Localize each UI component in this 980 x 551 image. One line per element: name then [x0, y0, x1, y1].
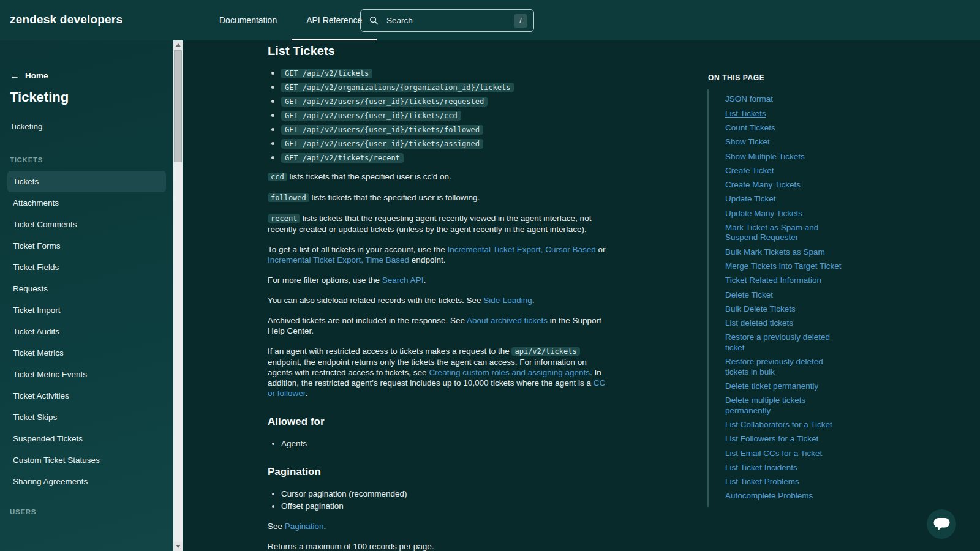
header-tab[interactable]: Documentation	[205, 0, 292, 40]
on-this-page-link-label: Delete Ticket	[725, 290, 773, 299]
on-this-page-link[interactable]: List Ticket Incidents	[725, 460, 842, 474]
paragraph-recent: recent lists tickets that the requesting…	[268, 213, 608, 234]
endpoint-list: GET /api/v2/tickets GET /api/v2/organiza…	[268, 68, 608, 163]
inline-link[interactable]: Search API	[382, 276, 424, 285]
inline-link[interactable]: Creating custom roles and assigning agen…	[429, 368, 590, 377]
search-box[interactable]: /	[360, 9, 534, 32]
on-this-page-link[interactable]: Delete multiple tickets permanently	[725, 394, 842, 418]
on-this-page-link[interactable]: Create Many Tickets	[725, 178, 842, 192]
inline-link[interactable]: Pagination	[285, 522, 324, 531]
on-this-page-link[interactable]: Delete ticket permanently	[725, 380, 842, 394]
paragraph-filter: For more filter options, use the Search …	[268, 275, 608, 285]
sidebar-back-link[interactable]: ← Home	[10, 71, 164, 80]
on-this-page-link[interactable]: Show Ticket	[725, 135, 842, 149]
sidebar-item[interactable]: Attachments	[7, 192, 166, 214]
endpoint-code: GET /api/v2/organizations/{organization_…	[281, 83, 514, 92]
sidebar-item-label: Ticket Skips	[13, 413, 57, 422]
pagination-list: Cursor pagination (recommended) Offset p…	[268, 489, 608, 511]
on-this-page-link-label: JSON format	[725, 94, 773, 103]
chat-bubble-icon	[933, 517, 950, 531]
on-this-page-link[interactable]: Create Ticket	[725, 163, 842, 178]
sidebar-item[interactable]: Ticket Skips	[7, 407, 166, 428]
sidebar-scrollbar[interactable]	[173, 40, 183, 551]
on-this-page-link[interactable]: List Tickets	[725, 107, 842, 121]
sidebar-item-ticketing[interactable]: Ticketing	[10, 122, 164, 131]
on-this-page-link-label: Restore previously deleted tickets in bu…	[725, 357, 823, 377]
sidebar-item-label: Ticket Comments	[13, 220, 77, 229]
scroll-up-arrow-icon	[176, 43, 181, 47]
pagination-heading: Pagination	[268, 466, 608, 478]
sidebar-item[interactable]: Tickets	[7, 171, 166, 192]
sidebar-item[interactable]: Ticket Metrics	[7, 342, 166, 364]
on-this-page-link-label: List Ticket Incidents	[725, 463, 797, 472]
on-this-page-link[interactable]: Autocomplete Problems	[725, 489, 842, 503]
on-this-page-link[interactable]: Update Ticket	[725, 192, 842, 206]
on-this-page-link[interactable]: Restore previously deleted tickets in bu…	[725, 355, 842, 380]
sidebar-item[interactable]: Ticket Fields	[7, 257, 166, 278]
scrollbar-up-button[interactable]	[173, 40, 183, 50]
on-this-page-link-label: Bulk Mark Tickets as Spam	[725, 247, 825, 257]
paragraph-ccd: ccd lists tickets that the specified use…	[268, 171, 608, 182]
sidebar: ← Home Ticketing Ticketing TICKETS Ticke…	[0, 40, 173, 551]
on-this-page-nav: ON THIS PAGE JSON format List Tickets Co…	[707, 73, 850, 507]
on-this-page-link-label: Update Ticket	[725, 194, 776, 203]
chat-launcher-button[interactable]	[927, 509, 956, 539]
on-this-page-link-label: Create Ticket	[725, 166, 774, 175]
inline-link[interactable]: Incremental Ticket Export, Time Based	[268, 255, 409, 264]
inline-link[interactable]: Side-Loading	[483, 296, 532, 305]
on-this-page-link[interactable]: Count Tickets	[725, 121, 842, 135]
back-arrow-icon: ←	[10, 72, 20, 80]
on-this-page-link-label: Update Many Tickets	[725, 209, 802, 218]
sidebar-item-label: Sharing Agreements	[13, 477, 88, 486]
on-this-page-link[interactable]: List deleted tickets	[725, 317, 842, 331]
brand-logo[interactable]: zendesk developers	[10, 13, 123, 26]
sidebar-item-label: Ticket Activities	[13, 391, 69, 400]
on-this-page-link[interactable]: Merge Tickets into Target Ticket	[725, 260, 842, 274]
header-tabs: Documentation API Reference	[205, 0, 377, 40]
paragraph-pagination-see: See Pagination.	[268, 521, 608, 531]
on-this-page-link[interactable]: Delete Ticket	[725, 288, 842, 302]
article-content: List Tickets GET /api/v2/tickets GET /ap…	[268, 40, 608, 551]
allowed-for-heading: Allowed for	[268, 416, 608, 428]
on-this-page-link[interactable]: List Email CCs for a Ticket	[725, 446, 842, 460]
sidebar-item[interactable]: Ticket Metric Events	[7, 364, 166, 385]
paragraph-followed: followed lists tickets that the specifie…	[268, 192, 608, 203]
sidebar-item[interactable]: Suspended Tickets	[7, 428, 166, 449]
on-this-page-link[interactable]: Update Many Tickets	[725, 206, 842, 220]
on-this-page-link[interactable]: Bulk Delete Tickets	[725, 302, 842, 316]
scrollbar-thumb[interactable]	[174, 50, 182, 162]
on-this-page-link[interactable]: List Ticket Problems	[725, 475, 842, 489]
on-this-page-link-label: Restore a previously deleted ticket	[725, 332, 830, 352]
on-this-page-link[interactable]: JSON format	[725, 92, 842, 107]
endpoint-list-item: GET /api/v2/tickets	[281, 68, 608, 78]
sidebar-item[interactable]: Ticket Import	[7, 299, 166, 321]
sidebar-item[interactable]: Ticket Activities	[7, 385, 166, 407]
paragraph-restricted: If an agent with restricted access to ti…	[268, 346, 608, 399]
sidebar-item[interactable]: Requests	[7, 278, 166, 299]
on-this-page-link-label: Merge Tickets into Target Ticket	[725, 261, 842, 271]
on-this-page-link[interactable]: Restore a previously deleted ticket	[725, 331, 842, 355]
sidebar-item[interactable]: Sharing Agreements	[7, 471, 166, 492]
on-this-page-list: JSON format List Tickets Count Tickets S…	[707, 89, 850, 507]
scrollbar-down-button[interactable]	[173, 542, 183, 551]
sidebar-item-label: Requests	[13, 284, 48, 293]
header-tab-label: Documentation	[219, 15, 277, 25]
on-this-page-link[interactable]: Mark Ticket as Spam and Suspend Requeste…	[725, 221, 842, 246]
on-this-page-link[interactable]: List Collaborators for a Ticket	[725, 418, 842, 432]
on-this-page-link[interactable]: Show Multiple Tickets	[725, 149, 842, 163]
header-tab-label: API Reference	[306, 15, 362, 25]
sidebar-item[interactable]: Ticket Audits	[7, 321, 166, 342]
search-shortcut-key: /	[514, 14, 527, 28]
inline-link[interactable]: Incremental Ticket Export, Cursor Based	[447, 245, 595, 254]
endpoint-code: GET /api/v2/users/{user_id}/tickets/assi…	[281, 139, 483, 149]
search-input[interactable]	[385, 15, 514, 26]
sidebar-item[interactable]: Ticket Forms	[7, 235, 166, 257]
on-this-page-link[interactable]: List Followers for a Ticket	[725, 432, 842, 446]
on-this-page-link-label: Mark Ticket as Spam and Suspend Requeste…	[725, 223, 818, 242]
sidebar-item[interactable]: Ticket Comments	[7, 214, 166, 235]
on-this-page-link[interactable]: Bulk Mark Tickets as Spam	[725, 245, 842, 259]
sidebar-item[interactable]: Custom Ticket Statuses	[7, 449, 166, 471]
sidebar-item-label: Ticket Metric Events	[13, 370, 87, 379]
on-this-page-link[interactable]: Ticket Related Information	[725, 274, 842, 288]
inline-link[interactable]: About archived tickets	[467, 316, 548, 325]
